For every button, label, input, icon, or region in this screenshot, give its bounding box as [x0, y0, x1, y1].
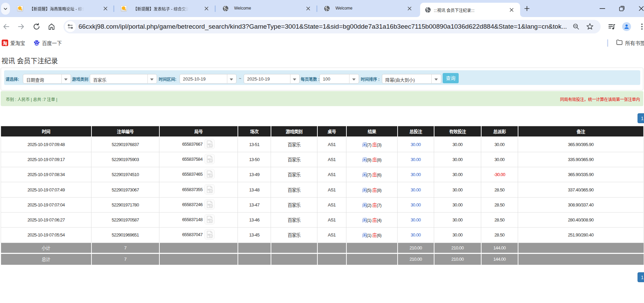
svg-text:淘: 淘 — [3, 41, 7, 46]
svg-text:du: du — [35, 43, 38, 45]
